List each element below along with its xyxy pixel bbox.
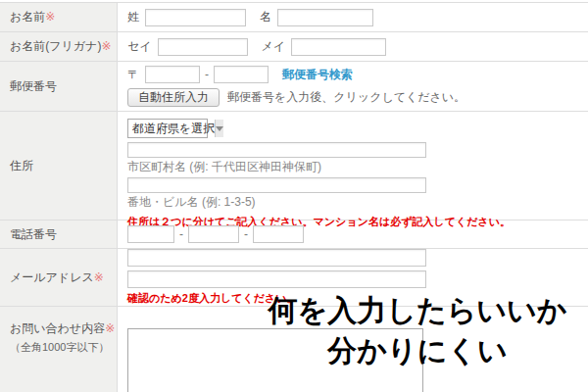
prefecture-select-value: 都道府県を選択 bbox=[128, 121, 215, 137]
postal-label: 郵便番号 bbox=[10, 79, 57, 93]
name-label-cell: お名前※ bbox=[0, 3, 118, 31]
required-mark: ※ bbox=[94, 270, 104, 284]
postal-content-cell: 〒 - 郵便番号検索 自動住所入力 郵便番号を入力後、クリックしてください。 bbox=[118, 62, 588, 111]
inquiry-textarea[interactable] bbox=[127, 328, 423, 392]
postal-label-cell: 郵便番号 bbox=[0, 62, 118, 111]
required-mark: ※ bbox=[105, 321, 115, 335]
row-name: お名前※ 姓 名 bbox=[0, 3, 588, 32]
row-email: メールアドレス※ 確認のため2度入力してください。 bbox=[0, 249, 588, 307]
email-label: メールアドレス bbox=[10, 270, 94, 284]
row-inquiry: お問い合わせ内容※ （全角1000字以下） bbox=[0, 307, 588, 392]
phone-hyphen: - bbox=[244, 227, 248, 241]
phone-hyphen: - bbox=[179, 227, 183, 241]
postal-hyphen: - bbox=[205, 68, 209, 81]
kana-label-cell: お名前(フリガナ)※ bbox=[0, 32, 118, 61]
postal-code-input-1[interactable] bbox=[145, 66, 200, 83]
first-name-input[interactable] bbox=[277, 9, 373, 26]
auto-address-button[interactable]: 自動住所入力 bbox=[127, 88, 220, 107]
email-content-cell: 確認のため2度入力してください。 bbox=[118, 249, 588, 306]
last-name-input[interactable] bbox=[145, 9, 246, 26]
inquiry-content-cell bbox=[118, 307, 588, 392]
contact-form-page: お名前※ 姓 名 お名前(フリガナ)※ セイ メイ bbox=[0, 0, 588, 392]
postal-mark: 〒 bbox=[127, 67, 139, 83]
email-input[interactable] bbox=[127, 249, 426, 267]
row-postal: 郵便番号 〒 - 郵便番号検索 自動住所入力 郵便番号を入力後、クリックしてくだ… bbox=[0, 62, 588, 112]
last-kana-label: セイ bbox=[127, 38, 152, 55]
address-content-cell: 都道府県を選択 市区町村名 (例: 千代田区神田神保町) 番地・ビル名 (例: … bbox=[118, 112, 588, 220]
chevron-down-icon bbox=[215, 120, 223, 137]
email-confirm-input[interactable] bbox=[127, 270, 426, 288]
contact-form-table: お名前※ 姓 名 お名前(フリガナ)※ セイ メイ bbox=[0, 2, 588, 392]
required-mark: ※ bbox=[101, 39, 111, 53]
postal-search-link[interactable]: 郵便番号検索 bbox=[282, 67, 353, 83]
city-input[interactable] bbox=[127, 142, 426, 158]
phone-label-cell: 電話番号 bbox=[0, 220, 118, 248]
first-kana-label: メイ bbox=[262, 38, 286, 55]
email-label-cell: メールアドレス※ bbox=[0, 249, 118, 306]
email-note: 確認のため2度入力してください。 bbox=[127, 291, 588, 306]
row-phone: 電話番号 - - bbox=[0, 220, 588, 249]
phone-input-2[interactable] bbox=[188, 225, 239, 243]
last-name-label: 姓 bbox=[127, 9, 139, 25]
name-label: お名前 bbox=[10, 10, 45, 24]
phone-content-cell: - - bbox=[118, 220, 588, 248]
address-label-cell: 住所 bbox=[0, 112, 118, 220]
required-mark: ※ bbox=[45, 10, 55, 24]
first-name-label: 名 bbox=[260, 9, 271, 25]
row-address: 住所 都道府県を選択 市区町村名 (例: 千代田区神田神保町) 番地・ビル名 (… bbox=[0, 112, 588, 220]
row-kana: お名前(フリガナ)※ セイ メイ bbox=[0, 32, 588, 62]
inquiry-sub-label: （全角1000字以下） bbox=[10, 340, 117, 355]
postal-code-input-2[interactable] bbox=[214, 66, 269, 83]
phone-label: 電話番号 bbox=[10, 227, 57, 241]
street-hint: 番地・ビル名 (例: 1-3-5) bbox=[127, 194, 588, 211]
prefecture-select[interactable]: 都道府県を選択 bbox=[127, 119, 208, 138]
kana-content-cell: セイ メイ bbox=[118, 32, 588, 61]
postal-instruction: 郵便番号を入力後、クリックしてください。 bbox=[227, 89, 466, 106]
first-kana-input[interactable] bbox=[291, 38, 386, 56]
street-input[interactable] bbox=[127, 177, 426, 193]
phone-input-3[interactable] bbox=[253, 225, 304, 243]
address-label: 住所 bbox=[10, 159, 33, 172]
city-hint: 市区町村名 (例: 千代田区神田神保町) bbox=[127, 159, 588, 175]
phone-input-1[interactable] bbox=[127, 225, 174, 243]
last-kana-input[interactable] bbox=[158, 38, 248, 56]
name-content-cell: 姓 名 bbox=[118, 3, 588, 31]
kana-label: お名前(フリガナ) bbox=[10, 39, 101, 53]
inquiry-label: お問い合わせ内容 bbox=[10, 321, 105, 335]
inquiry-label-cell: お問い合わせ内容※ （全角1000字以下） bbox=[0, 307, 118, 392]
